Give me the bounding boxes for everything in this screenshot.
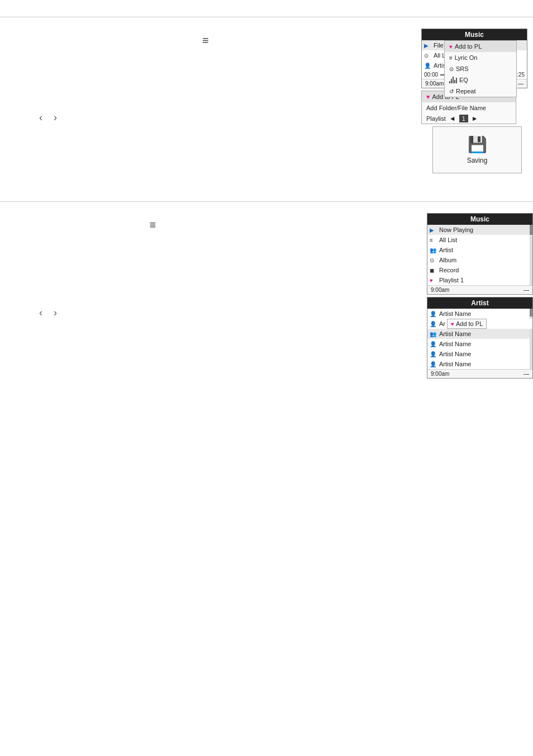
artist-text-2: Artist bbox=[439, 247, 453, 253]
heart-icon-submenu: ♥ bbox=[426, 93, 430, 100]
artist-screen: Artist 👤 Artist Name 👤 Ar bbox=[427, 297, 533, 379]
time-current: 00:00 bbox=[424, 72, 438, 78]
nav-left-2[interactable]: ‹ bbox=[39, 307, 42, 319]
music-row-album[interactable]: ⊙ Album bbox=[427, 255, 532, 265]
nav-right-2[interactable]: › bbox=[54, 307, 57, 319]
add-to-pl-artist: Add to PL bbox=[456, 320, 483, 327]
menu-icon-1: ≡ bbox=[202, 34, 209, 47]
heart-icon-overlay: ♥ bbox=[449, 44, 453, 50]
artist-row-3-icon: 👥 bbox=[430, 331, 437, 337]
menu-icon-2: ≡ bbox=[149, 219, 156, 231]
music-scroll-thumb bbox=[530, 225, 532, 235]
album-icon: ⊙ bbox=[430, 257, 437, 263]
artist-row-6[interactable]: 👤 Artist Name bbox=[427, 359, 532, 369]
playlist-prev[interactable]: ◄ bbox=[449, 115, 456, 122]
nowplaying-text: Now Playing bbox=[439, 226, 473, 233]
artist-row-2[interactable]: 👤 Ar ♥ Add to PL bbox=[427, 319, 532, 329]
screen-rows-wrapper: ▶ File Name MP3 ⊙ All List 👤 Artist bbox=[422, 40, 527, 70]
popup-srs[interactable]: ⊙ SRS bbox=[445, 63, 516, 74]
lyric-text: Lyric On bbox=[455, 54, 478, 61]
playlist-text: Playlist 1 bbox=[439, 277, 464, 284]
submenu-add-folder[interactable]: Add Folder/File Name bbox=[422, 102, 516, 114]
overlay-popup: ♥ Add to PL ≡ Lyric On ⊙ SRS bbox=[444, 40, 517, 97]
artist-row-6-icon: 👤 bbox=[430, 361, 437, 367]
music-row-alllist[interactable]: ≡ All List bbox=[427, 235, 532, 245]
music-rows-wrapper: ▶ Now Playing ≡ All List 👥 Artist ⊙ Albu… bbox=[427, 225, 532, 285]
artist-row-2-text: Ar bbox=[439, 320, 445, 327]
artist-icon-1: 👤 bbox=[424, 63, 432, 69]
artist-row-4[interactable]: 👤 Artist Name bbox=[427, 339, 532, 349]
popup-eq[interactable]: EQ bbox=[445, 74, 516, 86]
section-1-right: Music ▶ File Name MP3 ⊙ All List 👤 Artis… bbox=[421, 29, 533, 173]
status-time-1: 9:00am bbox=[425, 81, 444, 87]
section-2-right: Music ▶ Now Playing ≡ All List 👥 Artist bbox=[427, 213, 533, 379]
screen-title-2: Music bbox=[427, 214, 532, 225]
popup-repeat[interactable]: ↺ Repeat bbox=[445, 86, 516, 97]
status-time-2: 9:00am bbox=[431, 287, 449, 293]
nowplaying-icon: ▶ bbox=[430, 227, 437, 233]
screen-title-1: Music bbox=[422, 29, 527, 40]
music-row-playlist[interactable]: ♥ Playlist 1 bbox=[427, 275, 532, 285]
record-icon: ◼ bbox=[430, 267, 437, 273]
alllist-text-2: All List bbox=[439, 237, 457, 243]
add-to-pl-text: Add to PL bbox=[455, 43, 482, 50]
artist-row-4-icon: 👤 bbox=[430, 341, 437, 347]
artist-scroll-thumb bbox=[530, 309, 532, 316]
artist-row-3-text: Artist Name bbox=[439, 330, 471, 337]
save-icon: 💾 bbox=[468, 135, 487, 154]
repeat-text: Repeat bbox=[456, 88, 475, 94]
alllist-icon: ⊙ bbox=[424, 53, 432, 59]
popup-add-to-pl[interactable]: ♥ Add to PL bbox=[445, 41, 516, 52]
artist-screen-title: Artist bbox=[427, 297, 532, 309]
nav-right-1[interactable]: › bbox=[54, 112, 57, 124]
submenu-add-folder-text: Add Folder/File Name bbox=[426, 105, 486, 111]
play-icon-1: ▶ bbox=[424, 42, 432, 49]
submenu-playlist-row: Playlist ◄ 1 ► bbox=[422, 114, 516, 124]
saving-panel: 💾 Saving bbox=[432, 126, 522, 173]
artist-row-6-text: Artist Name bbox=[439, 361, 471, 367]
section-2-left: ≡ ‹ › bbox=[0, 213, 427, 379]
playlist-num: 1 bbox=[459, 115, 468, 122]
nav-arrows-2: ‹ › bbox=[39, 307, 404, 319]
nav-arrows-1: ‹ › bbox=[39, 112, 399, 124]
artist-row-5-icon: 👤 bbox=[430, 351, 437, 357]
artist-row-1-text: Artist Name bbox=[439, 310, 471, 317]
section-1: ≡ ‹ › Music ▶ File Name MP3 ⊙ bbox=[0, 17, 533, 185]
artist-row-2-icon: 👤 bbox=[430, 321, 437, 327]
artist-rows-wrapper: 👤 Artist Name 👤 Ar ♥ bbox=[427, 309, 532, 369]
repeat-icon: ↺ bbox=[449, 88, 454, 94]
music-row-record[interactable]: ◼ Record bbox=[427, 265, 532, 275]
music-screen-2: Music ▶ Now Playing ≡ All List 👥 Artist bbox=[427, 213, 533, 295]
eq-text: EQ bbox=[459, 77, 468, 83]
artist-row-4-text: Artist Name bbox=[439, 341, 471, 347]
lyric-icon: ≡ bbox=[449, 55, 453, 61]
srs-icon: ⊙ bbox=[449, 66, 454, 72]
section-2: ≡ ‹ › Music ▶ Now Playing ≡ All List bbox=[0, 201, 533, 390]
alllist-icon-2: ≡ bbox=[430, 237, 437, 243]
saving-label: Saving bbox=[467, 157, 488, 164]
music-row-artist[interactable]: 👥 Artist bbox=[427, 245, 532, 255]
artist-row-5[interactable]: 👤 Artist Name bbox=[427, 349, 532, 359]
music-row-nowplaying[interactable]: ▶ Now Playing bbox=[427, 225, 532, 235]
playlist-next[interactable]: ► bbox=[472, 115, 478, 122]
popup-lyric-on[interactable]: ≡ Lyric On bbox=[445, 52, 516, 63]
album-text: Album bbox=[439, 257, 456, 263]
artist-battery-icon: — bbox=[524, 371, 529, 377]
artist-status: 9:00am — bbox=[427, 369, 532, 378]
minus-icon-1: — bbox=[518, 81, 524, 87]
screen-status-2: 9:00am — bbox=[427, 285, 532, 294]
heart-icon-artist: ♥ bbox=[451, 321, 454, 327]
artist-add-overlay: ♥ Add to PL bbox=[447, 319, 487, 329]
nav-left-1[interactable]: ‹ bbox=[39, 112, 42, 124]
artist-status-time: 9:00am bbox=[431, 371, 449, 377]
section-1-left: ≡ ‹ › bbox=[0, 29, 421, 173]
artist-row-1[interactable]: 👤 Artist Name bbox=[427, 309, 532, 319]
battery-icon-2: — bbox=[524, 287, 529, 293]
artist-row-5-text: Artist Name bbox=[439, 351, 471, 357]
srs-text: SRS bbox=[456, 65, 469, 72]
artist-row-3[interactable]: 👥 Artist Name bbox=[427, 329, 532, 339]
submenu-playlist-label: Playlist bbox=[426, 115, 446, 122]
artist-icon-2: 👥 bbox=[430, 247, 437, 253]
artist-row-1-icon: 👤 bbox=[430, 311, 437, 317]
music-screen-1: Music ▶ File Name MP3 ⊙ All List 👤 Artis… bbox=[421, 29, 527, 88]
